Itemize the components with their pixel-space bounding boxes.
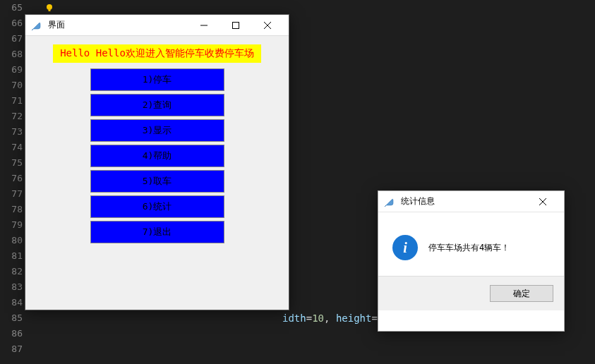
stats-button[interactable]: 6)统计 <box>90 195 224 218</box>
line-number: 68 <box>0 47 23 62</box>
line-number: 74 <box>0 140 23 155</box>
line-number: 77 <box>0 186 23 202</box>
maximize-button[interactable] <box>220 16 251 35</box>
line-number: 75 <box>0 155 23 171</box>
info-icon: i <box>392 235 418 260</box>
line-number: 70 <box>0 78 23 93</box>
feather-icon <box>384 196 395 207</box>
line-number: 87 <box>0 341 23 357</box>
window-title: 界面 <box>48 19 188 31</box>
line-number: 79 <box>0 217 23 233</box>
line-number: 82 <box>0 264 23 279</box>
close-button[interactable] <box>251 16 283 35</box>
park-button[interactable]: 1)停车 <box>90 68 224 91</box>
messagebox: 统计信息 i 停车车场共有4辆车！ 确定 <box>378 190 565 332</box>
line-number: 80 <box>0 233 23 248</box>
msgbox-message: 停车车场共有4辆车！ <box>428 242 510 254</box>
line-number: 67 <box>0 31 23 47</box>
line-number: 81 <box>0 248 23 264</box>
exit-button[interactable]: 7)退出 <box>90 221 224 243</box>
line-number: 66 <box>0 16 23 31</box>
msgbox-title: 统计信息 <box>401 195 527 207</box>
svg-point-0 <box>47 4 52 10</box>
line-number: 85 <box>0 310 23 326</box>
line-number: 76 <box>0 171 23 186</box>
msgbox-titlebar[interactable]: 统计信息 <box>378 191 564 212</box>
line-number: 73 <box>0 124 23 140</box>
menu-buttons: 1)停车 2)查询 3)显示 4)帮助 5)取车 6)统计 7)退出 <box>90 68 224 243</box>
pickup-button[interactable]: 5)取车 <box>90 170 224 193</box>
display-button[interactable]: 3)显示 <box>90 119 224 142</box>
svg-line-2 <box>32 29 33 30</box>
feather-icon <box>31 20 42 31</box>
help-button[interactable]: 4)帮助 <box>90 145 224 167</box>
svg-rect-1 <box>49 9 51 11</box>
line-number: 84 <box>0 295 23 310</box>
minimize-button[interactable] <box>188 16 220 35</box>
line-number: 78 <box>0 202 23 217</box>
query-button[interactable]: 2)查询 <box>90 94 224 116</box>
line-number: 86 <box>0 326 23 341</box>
msgbox-footer: 确定 <box>378 276 564 310</box>
main-window: 界面 Hello Hello欢迎进入智能停车收费停车场 1)停车 2)查询 3)… <box>25 14 289 310</box>
line-number: 72 <box>0 109 23 124</box>
msgbox-body: i 停车车场共有4辆车！ <box>378 212 564 276</box>
svg-line-7 <box>385 205 386 207</box>
window-body: Hello Hello欢迎进入智能停车收费停车场 1)停车 2)查询 3)显示 … <box>25 36 289 310</box>
line-number: 71 <box>0 93 23 109</box>
line-number: 69 <box>0 62 23 78</box>
welcome-label: Hello Hello欢迎进入智能停车收费停车场 <box>53 44 261 63</box>
line-number: 65 <box>0 0 23 16</box>
ok-button[interactable]: 确定 <box>490 285 553 302</box>
msgbox-close-button[interactable] <box>527 192 558 212</box>
lightbulb-icon[interactable] <box>42 0 56 16</box>
line-number: 83 <box>0 279 23 295</box>
titlebar[interactable]: 界面 <box>25 15 289 36</box>
line-gutter: 65 66 67 68 69 70 71 72 73 74 75 76 77 7… <box>0 0 28 357</box>
svg-rect-4 <box>232 22 239 28</box>
